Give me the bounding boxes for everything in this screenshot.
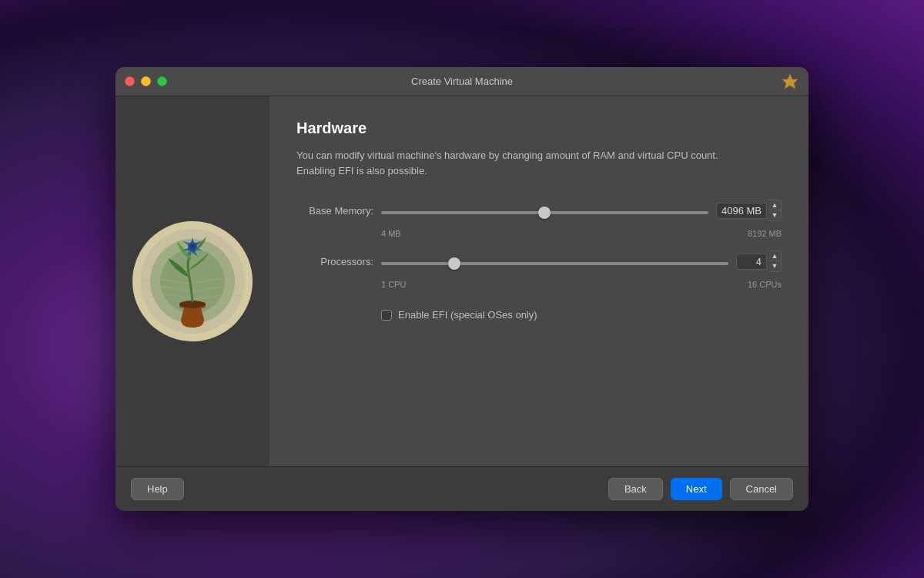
memory-row: Base Memory: 4096 MB ▲ ▼ bbox=[296, 200, 782, 221]
section-description: You can modify virtual machine's hardwar… bbox=[296, 148, 782, 178]
main-window: Create Virtual Machine bbox=[116, 67, 808, 511]
maximize-button[interactable] bbox=[157, 76, 167, 86]
memory-decrement[interactable]: ▼ bbox=[768, 210, 781, 220]
footer-right: Back Next Cancel bbox=[608, 478, 793, 500]
processors-row: Processors: 4 ▲ ▼ bbox=[296, 250, 782, 272]
processors-value: 4 bbox=[736, 254, 767, 270]
memory-value-group: 4096 MB ▲ ▼ bbox=[716, 200, 782, 221]
svg-point-9 bbox=[190, 244, 195, 249]
footer: Help Back Next Cancel bbox=[116, 466, 808, 511]
processors-max-label: 16 CPUs bbox=[748, 280, 782, 289]
memory-value: 4096 MB bbox=[716, 203, 767, 219]
minimize-button[interactable] bbox=[141, 76, 151, 86]
memory-range-labels: 4 MB 8192 MB bbox=[381, 226, 782, 250]
processors-value-group: 4 ▲ ▼ bbox=[736, 250, 782, 272]
cancel-button[interactable]: Cancel bbox=[730, 478, 793, 500]
traffic-lights bbox=[125, 76, 167, 86]
window-title: Create Virtual Machine bbox=[411, 76, 513, 87]
processors-label: Processors: bbox=[296, 256, 373, 267]
sidebar bbox=[116, 96, 270, 466]
efi-checkbox[interactable] bbox=[381, 310, 392, 321]
main-content: Hardware You can modify virtual machine'… bbox=[270, 96, 808, 466]
titlebar-icon bbox=[781, 72, 799, 91]
svg-marker-0 bbox=[782, 74, 798, 89]
efi-row: Enable EFI (special OSes only) bbox=[381, 309, 782, 321]
memory-stepper: ▲ ▼ bbox=[768, 200, 782, 221]
titlebar: Create Virtual Machine bbox=[116, 67, 808, 96]
efi-label: Enable EFI (special OSes only) bbox=[398, 309, 537, 321]
processors-slider[interactable] bbox=[381, 262, 728, 265]
section-title: Hardware bbox=[296, 119, 782, 137]
memory-increment[interactable]: ▲ bbox=[768, 200, 781, 210]
memory-label: Base Memory: bbox=[296, 205, 373, 217]
processors-stepper: ▲ ▼ bbox=[768, 250, 782, 272]
processors-min-label: 1 CPU bbox=[381, 280, 406, 289]
memory-slider-container bbox=[381, 203, 708, 217]
content-area: Hardware You can modify virtual machine'… bbox=[116, 96, 808, 466]
memory-slider[interactable] bbox=[381, 211, 708, 214]
memory-min-label: 4 MB bbox=[381, 229, 401, 238]
memory-max-label: 8192 MB bbox=[748, 229, 782, 238]
close-button[interactable] bbox=[125, 76, 135, 86]
back-button[interactable]: Back bbox=[608, 478, 663, 500]
next-button[interactable]: Next bbox=[671, 478, 722, 500]
processors-range-labels: 1 CPU 16 CPUs bbox=[381, 277, 782, 301]
processors-slider-container bbox=[381, 254, 728, 268]
processors-decrement[interactable]: ▼ bbox=[768, 261, 781, 271]
processors-increment[interactable]: ▲ bbox=[768, 251, 781, 261]
plant-illustration bbox=[131, 220, 254, 343]
help-button[interactable]: Help bbox=[131, 478, 184, 500]
